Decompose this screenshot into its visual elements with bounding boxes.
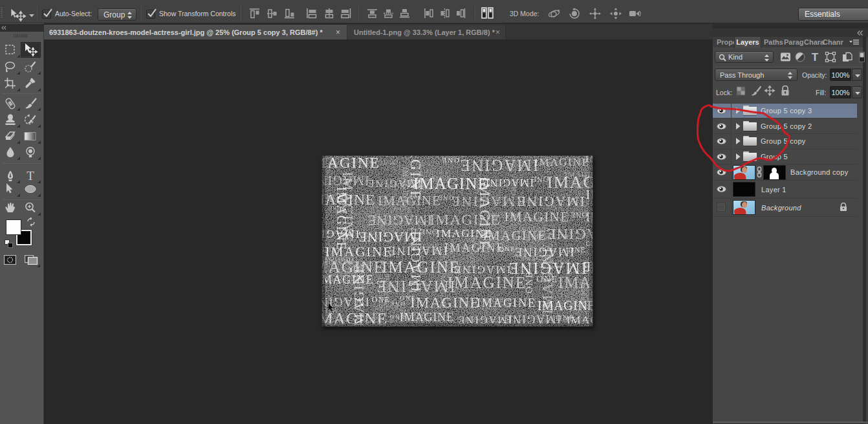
svg-text:T: T xyxy=(27,170,34,183)
svg-text:T: T xyxy=(812,52,819,63)
